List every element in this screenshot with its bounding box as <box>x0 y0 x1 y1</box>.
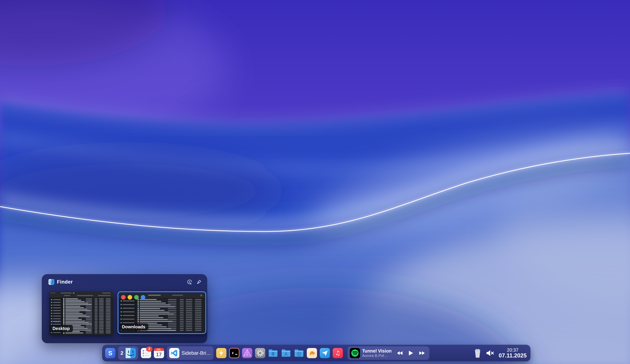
vscode-window-label: Sidebar-Bri… <box>182 350 211 356</box>
spark-mail-icon[interactable] <box>320 348 330 358</box>
desktop-screen: Finder A <box>0 0 630 364</box>
window-thumbnail-desktop[interactable]: Desktop <box>50 291 113 335</box>
spotify-icon <box>350 348 360 358</box>
window-label-downloads: Downloads <box>119 323 148 331</box>
preview-app-name: Finder <box>57 279 73 285</box>
paint-brush-icon[interactable] <box>196 279 202 285</box>
reminders-badge: 2 <box>146 347 152 352</box>
svg-text:A: A <box>189 281 190 283</box>
now-playing-text: Tunnel Vision Aurora B.Pol… <box>362 348 392 358</box>
trash-icon[interactable] <box>472 348 483 358</box>
finder-window-count: 2 <box>120 350 124 356</box>
track-artist: Aurora B.Pol… <box>362 354 392 358</box>
reminders-icon[interactable]: 2 <box>141 348 151 358</box>
calendar-day: 17 <box>154 351 164 358</box>
dock-item-spotify-nowplaying[interactable]: Tunnel Vision Aurora B.Pol… <box>348 346 430 360</box>
window-controls[interactable] <box>121 295 145 300</box>
preview-popup-header: Finder A <box>48 279 202 285</box>
close-button[interactable] <box>121 295 126 300</box>
play-icon[interactable] <box>407 350 414 356</box>
affinity-photo-icon[interactable] <box>242 348 252 358</box>
apple-music-icon[interactable]: ♫ <box>333 348 343 358</box>
playback-controls <box>396 350 426 356</box>
finder-icon <box>48 279 54 285</box>
finder-icon <box>126 348 136 358</box>
calendar-month: JUL <box>154 348 164 351</box>
app-expose-icon[interactable]: A <box>187 279 192 285</box>
s-glyph: S <box>108 350 112 357</box>
calendar-icon[interactable]: JUL 17 <box>154 348 164 358</box>
dock-preview-popup: Finder A <box>42 274 207 343</box>
dock: S 2 2 JUL 17 <box>102 345 530 362</box>
dock-item-finder[interactable]: 2 <box>118 346 138 360</box>
elephant-app-icon[interactable] <box>307 348 317 358</box>
rewind-icon[interactable] <box>396 350 404 356</box>
window-thumbnail-downloads[interactable]: Downloads <box>119 293 205 333</box>
selection-border: Downloads <box>118 291 206 334</box>
music-note-glyph: ♫ <box>335 350 340 357</box>
sidebar-app-icon[interactable]: S <box>105 348 116 358</box>
dock-clock: 20:37 07.11.2025 <box>499 348 527 359</box>
window-label-desktop: Desktop <box>50 325 73 332</box>
fullscreen-button[interactable] <box>141 295 145 300</box>
clock-time: 20:37 <box>507 348 518 353</box>
zoom-button[interactable] <box>134 295 139 300</box>
fast-forward-icon[interactable] <box>418 350 426 356</box>
warp-terminal-icon[interactable] <box>229 348 239 358</box>
thumb-titlebar <box>50 291 113 298</box>
clock-date: 07.11.2025 <box>499 353 527 359</box>
stack-folder-icon[interactable] <box>268 348 278 358</box>
applications-folder-icon[interactable] <box>281 348 291 358</box>
vscode-icon <box>169 348 180 358</box>
minimize-button[interactable] <box>128 295 132 300</box>
system-settings-icon[interactable] <box>255 348 265 358</box>
lightning-app-icon[interactable] <box>216 348 226 358</box>
track-title: Tunnel Vision <box>362 348 392 354</box>
volume-muted-icon[interactable] <box>486 348 495 358</box>
downloads-folder-icon[interactable] <box>294 348 304 358</box>
dock-item-vscode[interactable]: Sidebar-Bri… <box>167 346 214 360</box>
